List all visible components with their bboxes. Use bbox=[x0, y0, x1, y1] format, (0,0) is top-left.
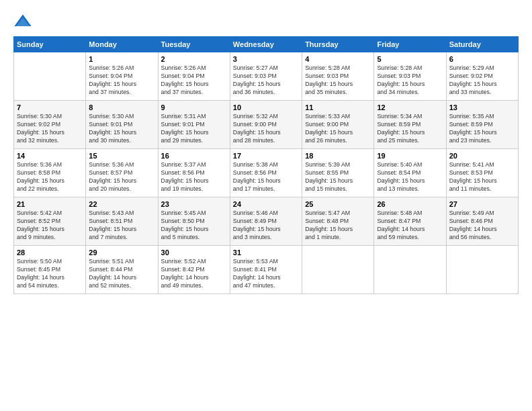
header-tuesday: Tuesday bbox=[158, 37, 230, 52]
header-thursday: Thursday bbox=[302, 37, 374, 52]
day-number: 3 bbox=[233, 55, 299, 63]
cell-week2-day1: 8Sunrise: 5:30 AMSunset: 9:01 PMDaylight… bbox=[86, 101, 158, 149]
day-info: Sunrise: 5:39 AMSunset: 8:55 PMDaylight:… bbox=[305, 161, 371, 193]
cell-week5-day4 bbox=[302, 246, 374, 294]
week-row-1: 1Sunrise: 5:26 AMSunset: 9:04 PMDaylight… bbox=[14, 52, 519, 101]
week-row-2: 7Sunrise: 5:30 AMSunset: 9:02 PMDaylight… bbox=[14, 101, 519, 149]
cell-week5-day5 bbox=[374, 246, 446, 294]
day-number: 22 bbox=[89, 200, 154, 208]
cell-week4-day3: 24Sunrise: 5:46 AMSunset: 8:49 PMDayligh… bbox=[230, 197, 302, 246]
day-info: Sunrise: 5:26 AMSunset: 9:04 PMDaylight:… bbox=[89, 64, 154, 97]
cell-week4-day0: 21Sunrise: 5:42 AMSunset: 8:52 PMDayligh… bbox=[14, 197, 86, 246]
week-row-5: 28Sunrise: 5:50 AMSunset: 8:45 PMDayligh… bbox=[14, 246, 519, 294]
day-info: Sunrise: 5:27 AMSunset: 9:03 PMDaylight:… bbox=[233, 64, 299, 97]
day-info: Sunrise: 5:36 AMSunset: 8:57 PMDaylight:… bbox=[89, 161, 154, 193]
cell-week5-day1: 29Sunrise: 5:51 AMSunset: 8:44 PMDayligh… bbox=[86, 246, 158, 294]
day-number: 5 bbox=[377, 55, 443, 63]
day-info: Sunrise: 5:33 AMSunset: 9:00 PMDaylight:… bbox=[305, 113, 371, 145]
day-number: 4 bbox=[305, 55, 371, 63]
day-info: Sunrise: 5:29 AMSunset: 9:02 PMDaylight:… bbox=[449, 64, 515, 97]
day-number: 31 bbox=[233, 248, 299, 257]
day-info: Sunrise: 5:30 AMSunset: 9:02 PMDaylight:… bbox=[17, 113, 83, 145]
header bbox=[13, 12, 519, 31]
week-row-3: 14Sunrise: 5:36 AMSunset: 8:58 PMDayligh… bbox=[14, 149, 519, 197]
day-info: Sunrise: 5:53 AMSunset: 8:41 PMDaylight:… bbox=[233, 258, 299, 290]
day-info: Sunrise: 5:51 AMSunset: 8:44 PMDaylight:… bbox=[89, 258, 154, 290]
day-number: 25 bbox=[305, 200, 371, 208]
day-info: Sunrise: 5:34 AMSunset: 8:59 PMDaylight:… bbox=[377, 113, 443, 145]
day-number: 14 bbox=[17, 152, 83, 160]
cell-week3-day3: 17Sunrise: 5:38 AMSunset: 8:56 PMDayligh… bbox=[230, 149, 302, 197]
calendar-body: 1Sunrise: 5:26 AMSunset: 9:04 PMDaylight… bbox=[14, 52, 519, 294]
day-number: 28 bbox=[17, 248, 83, 257]
cell-week1-day3: 3Sunrise: 5:27 AMSunset: 9:03 PMDaylight… bbox=[230, 52, 302, 101]
cell-week1-day4: 4Sunrise: 5:28 AMSunset: 9:03 PMDaylight… bbox=[302, 52, 374, 101]
day-number: 21 bbox=[17, 200, 83, 208]
header-monday: Monday bbox=[86, 37, 158, 52]
cell-week3-day0: 14Sunrise: 5:36 AMSunset: 8:58 PMDayligh… bbox=[14, 149, 86, 197]
cell-week4-day2: 23Sunrise: 5:45 AMSunset: 8:50 PMDayligh… bbox=[158, 197, 230, 246]
cell-week3-day6: 20Sunrise: 5:41 AMSunset: 8:53 PMDayligh… bbox=[446, 149, 518, 197]
cell-week2-day6: 13Sunrise: 5:35 AMSunset: 8:59 PMDayligh… bbox=[446, 101, 518, 149]
day-info: Sunrise: 5:30 AMSunset: 9:01 PMDaylight:… bbox=[89, 113, 154, 145]
logo-icon bbox=[13, 12, 32, 31]
cell-week1-day0 bbox=[14, 52, 86, 101]
logo bbox=[13, 12, 35, 31]
cell-week5-day6 bbox=[446, 246, 518, 294]
cell-week1-day6: 6Sunrise: 5:29 AMSunset: 9:02 PMDaylight… bbox=[446, 52, 518, 101]
day-number: 30 bbox=[161, 248, 227, 257]
day-info: Sunrise: 5:42 AMSunset: 8:52 PMDaylight:… bbox=[17, 210, 83, 242]
cell-week5-day3: 31Sunrise: 5:53 AMSunset: 8:41 PMDayligh… bbox=[230, 246, 302, 294]
cell-week5-day2: 30Sunrise: 5:52 AMSunset: 8:42 PMDayligh… bbox=[158, 246, 230, 294]
cell-week4-day1: 22Sunrise: 5:43 AMSunset: 8:51 PMDayligh… bbox=[86, 197, 158, 246]
calendar-table: SundayMondayTuesdayWednesdayThursdayFrid… bbox=[13, 36, 519, 294]
day-number: 15 bbox=[89, 152, 154, 160]
day-info: Sunrise: 5:45 AMSunset: 8:50 PMDaylight:… bbox=[161, 210, 227, 242]
calendar-header: SundayMondayTuesdayWednesdayThursdayFrid… bbox=[14, 37, 519, 52]
day-number: 16 bbox=[161, 152, 227, 160]
day-number: 13 bbox=[449, 103, 515, 111]
day-number: 24 bbox=[233, 200, 299, 208]
cell-week1-day5: 5Sunrise: 5:28 AMSunset: 9:03 PMDaylight… bbox=[374, 52, 446, 101]
day-number: 20 bbox=[449, 152, 515, 160]
day-number: 23 bbox=[161, 200, 227, 208]
cell-week3-day4: 18Sunrise: 5:39 AMSunset: 8:55 PMDayligh… bbox=[302, 149, 374, 197]
header-wednesday: Wednesday bbox=[230, 37, 302, 52]
cell-week2-day0: 7Sunrise: 5:30 AMSunset: 9:02 PMDaylight… bbox=[14, 101, 86, 149]
day-info: Sunrise: 5:28 AMSunset: 9:03 PMDaylight:… bbox=[305, 64, 371, 97]
day-number: 2 bbox=[161, 55, 227, 63]
day-info: Sunrise: 5:47 AMSunset: 8:48 PMDaylight:… bbox=[305, 210, 371, 242]
day-number: 19 bbox=[377, 152, 443, 160]
day-info: Sunrise: 5:48 AMSunset: 8:47 PMDaylight:… bbox=[377, 210, 443, 242]
day-number: 7 bbox=[17, 103, 83, 111]
day-info: Sunrise: 5:38 AMSunset: 8:56 PMDaylight:… bbox=[233, 161, 299, 193]
day-number: 10 bbox=[233, 103, 299, 111]
cell-week1-day1: 1Sunrise: 5:26 AMSunset: 9:04 PMDaylight… bbox=[86, 52, 158, 101]
day-info: Sunrise: 5:36 AMSunset: 8:58 PMDaylight:… bbox=[17, 161, 83, 193]
day-number: 12 bbox=[377, 103, 443, 111]
day-info: Sunrise: 5:37 AMSunset: 8:56 PMDaylight:… bbox=[161, 161, 227, 193]
cell-week1-day2: 2Sunrise: 5:26 AMSunset: 9:04 PMDaylight… bbox=[158, 52, 230, 101]
day-info: Sunrise: 5:31 AMSunset: 9:01 PMDaylight:… bbox=[161, 113, 227, 145]
cell-week2-day2: 9Sunrise: 5:31 AMSunset: 9:01 PMDaylight… bbox=[158, 101, 230, 149]
day-number: 8 bbox=[89, 103, 154, 111]
day-number: 11 bbox=[305, 103, 371, 111]
header-sunday: Sunday bbox=[14, 37, 86, 52]
header-row: SundayMondayTuesdayWednesdayThursdayFrid… bbox=[14, 37, 519, 52]
cell-week2-day4: 11Sunrise: 5:33 AMSunset: 9:00 PMDayligh… bbox=[302, 101, 374, 149]
header-saturday: Saturday bbox=[446, 37, 518, 52]
day-info: Sunrise: 5:26 AMSunset: 9:04 PMDaylight:… bbox=[161, 64, 227, 97]
cell-week2-day5: 12Sunrise: 5:34 AMSunset: 8:59 PMDayligh… bbox=[374, 101, 446, 149]
cell-week4-day6: 27Sunrise: 5:49 AMSunset: 8:46 PMDayligh… bbox=[446, 197, 518, 246]
day-info: Sunrise: 5:52 AMSunset: 8:42 PMDaylight:… bbox=[161, 258, 227, 290]
cell-week4-day4: 25Sunrise: 5:47 AMSunset: 8:48 PMDayligh… bbox=[302, 197, 374, 246]
day-info: Sunrise: 5:41 AMSunset: 8:53 PMDaylight:… bbox=[449, 161, 515, 193]
week-row-4: 21Sunrise: 5:42 AMSunset: 8:52 PMDayligh… bbox=[14, 197, 519, 246]
day-info: Sunrise: 5:49 AMSunset: 8:46 PMDaylight:… bbox=[449, 210, 515, 242]
cell-week4-day5: 26Sunrise: 5:48 AMSunset: 8:47 PMDayligh… bbox=[374, 197, 446, 246]
day-info: Sunrise: 5:50 AMSunset: 8:45 PMDaylight:… bbox=[17, 258, 83, 290]
day-info: Sunrise: 5:40 AMSunset: 8:54 PMDaylight:… bbox=[377, 161, 443, 193]
page: SundayMondayTuesdayWednesdayThursdayFrid… bbox=[0, 0, 532, 411]
cell-week5-day0: 28Sunrise: 5:50 AMSunset: 8:45 PMDayligh… bbox=[14, 246, 86, 294]
cell-week3-day1: 15Sunrise: 5:36 AMSunset: 8:57 PMDayligh… bbox=[86, 149, 158, 197]
